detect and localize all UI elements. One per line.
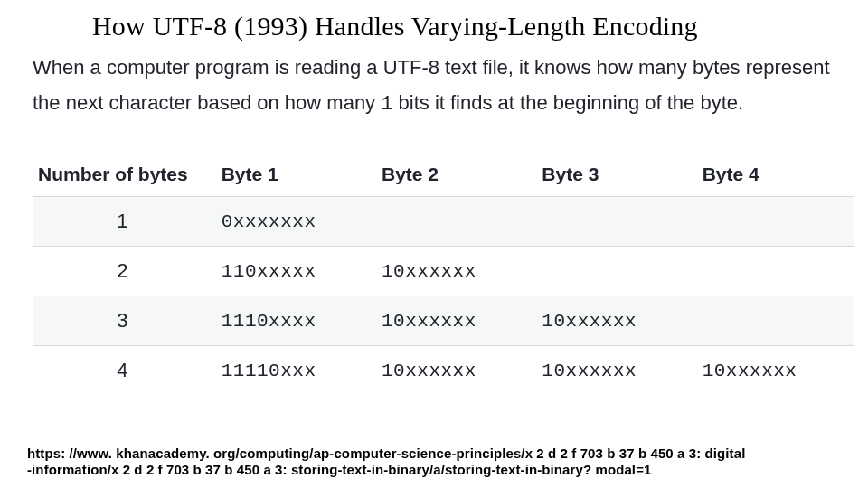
table-row: 1 0xxxxxxx xyxy=(33,197,854,247)
table-row: 3 1110xxxx 10xxxxxx 10xxxxxx xyxy=(33,296,854,346)
cell-byte4 xyxy=(693,247,854,296)
cell-byte3 xyxy=(533,247,693,296)
cell-num: 4 xyxy=(33,346,212,396)
cell-byte2 xyxy=(373,197,533,247)
utf8-table: Number of bytes Byte 1 Byte 2 Byte 3 Byt… xyxy=(33,156,854,395)
cell-byte4 xyxy=(693,296,854,346)
col-header-b2: Byte 2 xyxy=(373,156,533,197)
table-header-row: Number of bytes Byte 1 Byte 2 Byte 3 Byt… xyxy=(33,156,854,197)
cell-num: 1 xyxy=(33,197,212,247)
slide: How UTF-8 (1993) Handles Varying-Length … xyxy=(0,0,868,488)
intro-paragraph: When a computer program is reading a UTF… xyxy=(33,51,835,122)
cell-byte2: 10xxxxxx xyxy=(373,346,533,396)
cell-byte1: 11110xxx xyxy=(212,346,373,396)
source-url-line2: -information/x 2 d 2 f 703 b 37 b 450 a … xyxy=(27,462,745,479)
cell-byte4: 10xxxxxx xyxy=(693,346,854,396)
col-header-num: Number of bytes xyxy=(33,156,212,197)
source-url: https: //www. khanacademy. org/computing… xyxy=(27,446,745,480)
cell-byte1: 0xxxxxxx xyxy=(212,197,373,247)
slide-title: How UTF-8 (1993) Handles Varying-Length … xyxy=(92,11,846,42)
cell-byte1: 1110xxxx xyxy=(212,296,373,346)
cell-num: 2 xyxy=(33,247,212,296)
cell-byte1: 110xxxxx xyxy=(212,247,373,296)
col-header-b4: Byte 4 xyxy=(693,156,854,197)
source-url-line1: https: //www. khanacademy. org/computing… xyxy=(27,446,745,463)
table-row: 2 110xxxxx 10xxxxxx xyxy=(33,247,854,296)
col-header-b3: Byte 3 xyxy=(533,156,693,197)
cell-byte3 xyxy=(533,197,693,247)
cell-byte3: 10xxxxxx xyxy=(533,296,693,346)
cell-byte3: 10xxxxxx xyxy=(533,346,693,396)
table-row: 4 11110xxx 10xxxxxx 10xxxxxx 10xxxxxx xyxy=(33,346,854,396)
cell-byte4 xyxy=(693,197,854,247)
intro-code-literal: 1 xyxy=(381,93,392,116)
cell-byte2: 10xxxxxx xyxy=(373,296,533,346)
cell-byte2: 10xxxxxx xyxy=(373,247,533,296)
col-header-b1: Byte 1 xyxy=(212,156,373,197)
cell-num: 3 xyxy=(33,296,212,346)
intro-text-2: bits it finds at the beginning of the by… xyxy=(392,91,743,114)
